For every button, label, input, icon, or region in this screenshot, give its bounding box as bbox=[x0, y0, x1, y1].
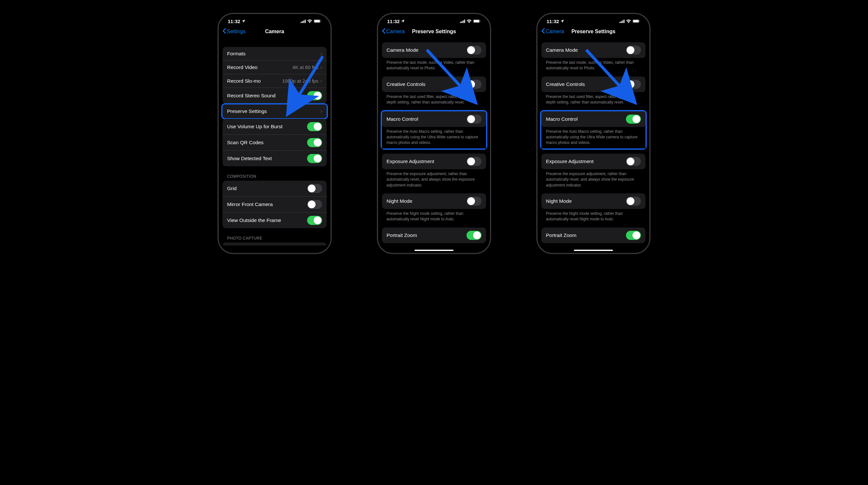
exposure-row: Exposure Adjustment bbox=[382, 154, 486, 169]
grid-row: Grid bbox=[222, 181, 327, 196]
camera-mode-label: Camera Mode bbox=[546, 47, 578, 53]
svg-rect-22 bbox=[640, 21, 640, 22]
wifi-icon bbox=[307, 19, 312, 24]
grid-label: Grid bbox=[227, 185, 237, 191]
exposure-label: Exposure Adjustment bbox=[386, 158, 434, 164]
content-area[interactable]: Camera Mode Preserve the last mode, such… bbox=[378, 39, 490, 245]
home-indicator[interactable] bbox=[414, 250, 454, 251]
night-toggle[interactable] bbox=[626, 196, 641, 206]
macro-toggle[interactable] bbox=[467, 115, 482, 124]
back-button[interactable]: Camera bbox=[382, 28, 405, 35]
preserve-settings-row[interactable]: Preserve Settings › bbox=[222, 104, 327, 118]
battery-icon bbox=[314, 19, 321, 24]
stereo-toggle[interactable] bbox=[307, 91, 322, 100]
preserve-settings-highlight: Preserve Settings › bbox=[221, 103, 328, 119]
detected-text-row: Show Detected Text bbox=[222, 151, 327, 166]
camera-mode-label: Camera Mode bbox=[386, 47, 418, 53]
wifi-icon bbox=[467, 19, 472, 24]
chevron-left-icon bbox=[382, 28, 385, 35]
creative-toggle[interactable] bbox=[626, 80, 641, 89]
creative-controls-row: Creative Controls bbox=[382, 77, 486, 92]
macro-control-row: Macro Control bbox=[382, 111, 486, 127]
svg-rect-19 bbox=[624, 20, 625, 23]
creative-label: Creative Controls bbox=[386, 81, 426, 87]
photographic-styles-row[interactable]: Photographic Styles bbox=[222, 243, 327, 245]
content-area[interactable]: Camera Mode Preserve the last mode, such… bbox=[537, 39, 649, 245]
back-label: Camera bbox=[546, 29, 564, 34]
location-icon bbox=[241, 19, 245, 24]
view-outside-toggle[interactable] bbox=[307, 216, 322, 225]
exposure-label: Exposure Adjustment bbox=[546, 158, 593, 164]
creative-toggle[interactable] bbox=[467, 80, 482, 89]
portrait-toggle[interactable] bbox=[467, 231, 482, 240]
signal-icon bbox=[619, 19, 625, 24]
svg-rect-3 bbox=[305, 20, 306, 23]
night-mode-section: Night Mode Preserve the Night mode setti… bbox=[541, 193, 646, 222]
exposure-toggle[interactable] bbox=[467, 157, 482, 166]
creative-controls-section: Creative Controls Preserve the last used… bbox=[541, 77, 646, 105]
formats-row[interactable]: Formats › bbox=[222, 47, 327, 61]
exposure-toggle[interactable] bbox=[626, 157, 641, 166]
svg-rect-5 bbox=[314, 20, 320, 23]
composition-header: COMPOSITION bbox=[222, 174, 327, 181]
page-title: Camera bbox=[265, 29, 284, 34]
svg-rect-9 bbox=[461, 21, 462, 23]
exposure-section: Exposure Adjustment Preserve the exposur… bbox=[541, 154, 646, 188]
svg-rect-21 bbox=[633, 20, 639, 23]
photo-capture-section: PHOTO CAPTURE Photographic Styles Person… bbox=[222, 236, 327, 245]
scan-qr-row: Scan QR Codes bbox=[222, 135, 327, 151]
macro-toggle[interactable] bbox=[626, 115, 641, 124]
camera-mode-section: Camera Mode Preserve the last mode, such… bbox=[382, 42, 486, 71]
night-mode-row: Night Mode bbox=[541, 193, 646, 209]
macro-control-highlight: Macro Control Preserve the Auto Macro se… bbox=[381, 110, 487, 150]
record-slomo-label: Record Slo-mo bbox=[227, 78, 260, 84]
content-area[interactable]: Formats › Record Video 4K at 60 fps › Re… bbox=[219, 39, 331, 245]
macro-desc: Preserve the Auto Macro setting, rather … bbox=[382, 127, 486, 148]
view-outside-label: View Outside the Frame bbox=[227, 217, 281, 223]
wifi-icon bbox=[626, 19, 631, 24]
portrait-toggle[interactable] bbox=[626, 231, 641, 240]
svg-rect-13 bbox=[474, 20, 479, 23]
svg-rect-8 bbox=[460, 22, 461, 23]
portrait-label: Portrait Zoom bbox=[546, 233, 577, 238]
exposure-section: Exposure Adjustment Preserve the exposur… bbox=[382, 154, 486, 188]
record-slomo-row[interactable]: Record Slo-mo 1080p at 240 fps › bbox=[222, 74, 327, 88]
detected-text-label: Show Detected Text bbox=[227, 156, 272, 161]
page-title: Preserve Settings bbox=[412, 29, 456, 34]
svg-rect-0 bbox=[301, 22, 302, 23]
chevron-right-icon: › bbox=[320, 78, 322, 84]
night-desc: Preserve the Night mode setting, rather … bbox=[382, 209, 486, 222]
night-label: Night Mode bbox=[386, 198, 412, 204]
camera-mode-section: Camera Mode Preserve the last mode, such… bbox=[541, 42, 646, 71]
battery-icon bbox=[473, 19, 481, 24]
scan-qr-toggle[interactable] bbox=[307, 138, 322, 147]
exposure-row: Exposure Adjustment bbox=[541, 154, 646, 169]
camera-mode-desc: Preserve the last mode, such as Video, r… bbox=[541, 58, 646, 71]
night-mode-section: Night Mode Preserve the Night mode setti… bbox=[382, 193, 486, 222]
record-video-row[interactable]: Record Video 4K at 60 fps › bbox=[222, 61, 327, 74]
macro-control-highlight: Macro Control Preserve the Auto Macro se… bbox=[540, 110, 647, 150]
status-time: 11:32 bbox=[228, 19, 240, 24]
detected-text-toggle[interactable] bbox=[307, 154, 322, 163]
view-outside-row: View Outside the Frame bbox=[222, 213, 327, 228]
back-label: Settings bbox=[227, 29, 246, 34]
back-button[interactable]: Settings bbox=[222, 28, 246, 35]
phone-preserve-settings-on: 11:32 Camera Preserve Settings Camera Mo… bbox=[536, 13, 650, 254]
night-toggle[interactable] bbox=[467, 196, 482, 206]
home-indicator[interactable] bbox=[574, 250, 613, 251]
stereo-label: Record Stereo Sound bbox=[227, 93, 276, 99]
mirror-toggle[interactable] bbox=[307, 200, 322, 209]
svg-rect-2 bbox=[303, 21, 304, 23]
volume-burst-toggle[interactable] bbox=[307, 122, 322, 131]
camera-options-group-2: Use Volume Up for Burst Scan QR Codes Sh… bbox=[222, 119, 327, 166]
camera-mode-toggle[interactable] bbox=[626, 46, 641, 55]
creative-desc: Preserve the last used filter, aspect ra… bbox=[382, 92, 486, 105]
svg-rect-6 bbox=[321, 21, 321, 22]
back-button[interactable]: Camera bbox=[541, 28, 564, 35]
notch bbox=[253, 14, 296, 23]
nav-header: Settings Camera bbox=[219, 26, 331, 39]
camera-mode-toggle[interactable] bbox=[467, 46, 482, 55]
creative-label: Creative Controls bbox=[546, 81, 585, 87]
portrait-desc: Preserve the Portrait mode zoom rather t… bbox=[382, 243, 486, 245]
grid-toggle[interactable] bbox=[307, 184, 322, 193]
